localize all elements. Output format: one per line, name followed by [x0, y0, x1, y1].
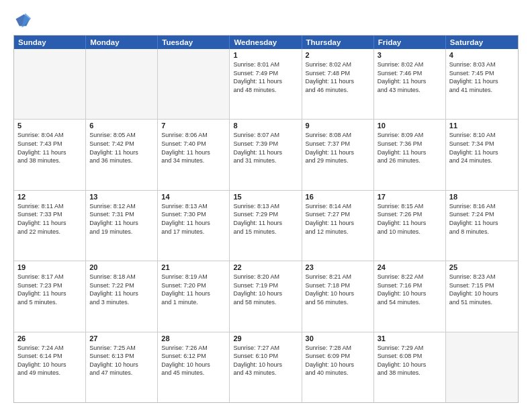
- calendar-cell-4-3: 29Sunrise: 7:27 AM Sunset: 6:10 PM Dayli…: [230, 332, 302, 402]
- day-number: 27: [89, 334, 154, 342]
- day-number: 28: [161, 334, 226, 342]
- header-day-tuesday: Tuesday: [158, 36, 230, 49]
- day-number: 8: [233, 122, 298, 130]
- cell-info: Sunrise: 8:09 AM Sunset: 7:36 PM Dayligh…: [378, 131, 442, 165]
- cell-info: Sunrise: 8:19 AM Sunset: 7:20 PM Dayligh…: [161, 273, 226, 306]
- day-number: 19: [17, 263, 82, 271]
- calendar-cell-4-1: 27Sunrise: 7:25 AM Sunset: 6:13 PM Dayli…: [86, 332, 158, 402]
- day-number: 2: [306, 51, 370, 59]
- calendar-row-2: 12Sunrise: 8:11 AM Sunset: 7:33 PM Dayli…: [14, 190, 518, 261]
- page: SundayMondayTuesdayWednesdayThursdayFrid…: [0, 0, 532, 411]
- day-number: 25: [449, 263, 515, 271]
- cell-info: Sunrise: 8:04 AM Sunset: 7:43 PM Dayligh…: [17, 131, 82, 165]
- day-number: 9: [306, 122, 370, 130]
- cell-info: Sunrise: 8:06 AM Sunset: 7:40 PM Dayligh…: [161, 131, 226, 165]
- day-number: 11: [449, 122, 515, 130]
- calendar-cell-3-6: 25Sunrise: 8:23 AM Sunset: 7:15 PM Dayli…: [446, 261, 518, 331]
- cell-info: Sunrise: 8:13 AM Sunset: 7:29 PM Dayligh…: [233, 202, 298, 236]
- day-number: 1: [233, 51, 298, 59]
- calendar-cell-2-1: 13Sunrise: 8:12 AM Sunset: 7:31 PM Dayli…: [86, 191, 158, 261]
- calendar-cell-3-2: 21Sunrise: 8:19 AM Sunset: 7:20 PM Dayli…: [158, 261, 230, 331]
- logo-icon: [13, 11, 32, 30]
- calendar-body: 1Sunrise: 8:01 AM Sunset: 7:49 PM Daylig…: [14, 49, 518, 402]
- calendar-header: SundayMondayTuesdayWednesdayThursdayFrid…: [14, 36, 518, 49]
- header-day-monday: Monday: [86, 36, 158, 49]
- cell-info: Sunrise: 8:05 AM Sunset: 7:42 PM Dayligh…: [89, 131, 154, 165]
- calendar-cell-4-0: 26Sunrise: 7:24 AM Sunset: 6:14 PM Dayli…: [14, 332, 86, 402]
- calendar-row-1: 5Sunrise: 8:04 AM Sunset: 7:43 PM Daylig…: [14, 119, 518, 189]
- cell-info: Sunrise: 8:23 AM Sunset: 7:15 PM Dayligh…: [449, 273, 515, 306]
- calendar-cell-2-5: 17Sunrise: 8:15 AM Sunset: 7:26 PM Dayli…: [374, 191, 446, 261]
- calendar-cell-1-6: 11Sunrise: 8:10 AM Sunset: 7:34 PM Dayli…: [446, 120, 518, 189]
- calendar-cell-3-0: 19Sunrise: 8:17 AM Sunset: 7:23 PM Dayli…: [14, 261, 86, 331]
- calendar-cell-0-0: [14, 49, 86, 119]
- calendar-cell-0-2: [158, 49, 230, 119]
- calendar-cell-1-5: 10Sunrise: 8:09 AM Sunset: 7:36 PM Dayli…: [374, 120, 446, 189]
- header-day-sunday: Sunday: [14, 36, 86, 49]
- day-number: 29: [233, 334, 298, 342]
- day-number: 20: [89, 263, 154, 271]
- calendar-cell-2-4: 16Sunrise: 8:14 AM Sunset: 7:27 PM Dayli…: [302, 191, 374, 261]
- calendar-cell-0-1: [86, 49, 158, 119]
- calendar-cell-2-2: 14Sunrise: 8:13 AM Sunset: 7:30 PM Dayli…: [158, 191, 230, 261]
- day-number: 17: [378, 193, 442, 201]
- cell-info: Sunrise: 8:02 AM Sunset: 7:46 PM Dayligh…: [378, 60, 442, 94]
- cell-info: Sunrise: 8:03 AM Sunset: 7:45 PM Dayligh…: [449, 60, 515, 94]
- cell-info: Sunrise: 8:01 AM Sunset: 7:49 PM Dayligh…: [233, 60, 298, 94]
- calendar-cell-4-5: 31Sunrise: 7:29 AM Sunset: 6:08 PM Dayli…: [374, 332, 446, 402]
- cell-info: Sunrise: 8:13 AM Sunset: 7:30 PM Dayligh…: [161, 202, 226, 236]
- calendar-row-4: 26Sunrise: 7:24 AM Sunset: 6:14 PM Dayli…: [14, 332, 518, 402]
- day-number: 21: [161, 263, 226, 271]
- day-number: 3: [378, 51, 442, 59]
- header-day-friday: Friday: [374, 36, 446, 49]
- cell-info: Sunrise: 8:02 AM Sunset: 7:48 PM Dayligh…: [306, 60, 370, 94]
- cell-info: Sunrise: 8:20 AM Sunset: 7:19 PM Dayligh…: [233, 273, 298, 306]
- calendar-cell-4-6: [446, 332, 518, 402]
- day-number: 15: [233, 193, 298, 201]
- cell-info: Sunrise: 7:25 AM Sunset: 6:13 PM Dayligh…: [89, 344, 154, 377]
- calendar-row-3: 19Sunrise: 8:17 AM Sunset: 7:23 PM Dayli…: [14, 261, 518, 331]
- calendar-cell-2-0: 12Sunrise: 8:11 AM Sunset: 7:33 PM Dayli…: [14, 191, 86, 261]
- cell-info: Sunrise: 8:11 AM Sunset: 7:33 PM Dayligh…: [17, 202, 82, 236]
- day-number: 5: [17, 122, 82, 130]
- cell-info: Sunrise: 8:18 AM Sunset: 7:22 PM Dayligh…: [89, 273, 154, 306]
- calendar-cell-4-2: 28Sunrise: 7:26 AM Sunset: 6:12 PM Dayli…: [158, 332, 230, 402]
- calendar-cell-1-3: 8Sunrise: 8:07 AM Sunset: 7:39 PM Daylig…: [230, 120, 302, 189]
- cell-info: Sunrise: 7:24 AM Sunset: 6:14 PM Dayligh…: [17, 344, 82, 377]
- cell-info: Sunrise: 8:15 AM Sunset: 7:26 PM Dayligh…: [378, 202, 442, 236]
- cell-info: Sunrise: 8:21 AM Sunset: 7:18 PM Dayligh…: [306, 273, 370, 306]
- day-number: 4: [449, 51, 515, 59]
- logo: [13, 11, 35, 30]
- cell-info: Sunrise: 8:12 AM Sunset: 7:31 PM Dayligh…: [89, 202, 154, 236]
- calendar-cell-0-5: 3Sunrise: 8:02 AM Sunset: 7:46 PM Daylig…: [374, 49, 446, 119]
- day-number: 30: [306, 334, 370, 342]
- cell-info: Sunrise: 8:22 AM Sunset: 7:16 PM Dayligh…: [378, 273, 442, 306]
- cell-info: Sunrise: 8:14 AM Sunset: 7:27 PM Dayligh…: [306, 202, 370, 236]
- day-number: 12: [17, 193, 82, 201]
- calendar-row-0: 1Sunrise: 8:01 AM Sunset: 7:49 PM Daylig…: [14, 49, 518, 119]
- day-number: 6: [89, 122, 154, 130]
- cell-info: Sunrise: 7:27 AM Sunset: 6:10 PM Dayligh…: [233, 344, 298, 377]
- cell-info: Sunrise: 8:17 AM Sunset: 7:23 PM Dayligh…: [17, 273, 82, 306]
- day-number: 10: [378, 122, 442, 130]
- calendar-cell-2-3: 15Sunrise: 8:13 AM Sunset: 7:29 PM Dayli…: [230, 191, 302, 261]
- calendar-cell-2-6: 18Sunrise: 8:16 AM Sunset: 7:24 PM Dayli…: [446, 191, 518, 261]
- header-day-wednesday: Wednesday: [230, 36, 302, 49]
- calendar-cell-0-4: 2Sunrise: 8:02 AM Sunset: 7:48 PM Daylig…: [302, 49, 374, 119]
- cell-info: Sunrise: 8:10 AM Sunset: 7:34 PM Dayligh…: [449, 131, 515, 165]
- calendar-cell-3-4: 23Sunrise: 8:21 AM Sunset: 7:18 PM Dayli…: [302, 261, 374, 331]
- day-number: 24: [378, 263, 442, 271]
- calendar-cell-3-1: 20Sunrise: 8:18 AM Sunset: 7:22 PM Dayli…: [86, 261, 158, 331]
- calendar-cell-3-5: 24Sunrise: 8:22 AM Sunset: 7:16 PM Dayli…: [374, 261, 446, 331]
- calendar-cell-1-1: 6Sunrise: 8:05 AM Sunset: 7:42 PM Daylig…: [86, 120, 158, 189]
- day-number: 7: [161, 122, 226, 130]
- calendar-cell-4-4: 30Sunrise: 7:28 AM Sunset: 6:09 PM Dayli…: [302, 332, 374, 402]
- cell-info: Sunrise: 8:16 AM Sunset: 7:24 PM Dayligh…: [449, 202, 515, 236]
- header: [13, 11, 519, 30]
- cell-info: Sunrise: 8:08 AM Sunset: 7:37 PM Dayligh…: [306, 131, 370, 165]
- calendar-cell-0-6: 4Sunrise: 8:03 AM Sunset: 7:45 PM Daylig…: [446, 49, 518, 119]
- cell-info: Sunrise: 7:28 AM Sunset: 6:09 PM Dayligh…: [306, 344, 370, 377]
- calendar-cell-1-4: 9Sunrise: 8:08 AM Sunset: 7:37 PM Daylig…: [302, 120, 374, 189]
- header-day-thursday: Thursday: [302, 36, 374, 49]
- cell-info: Sunrise: 7:29 AM Sunset: 6:08 PM Dayligh…: [378, 344, 442, 377]
